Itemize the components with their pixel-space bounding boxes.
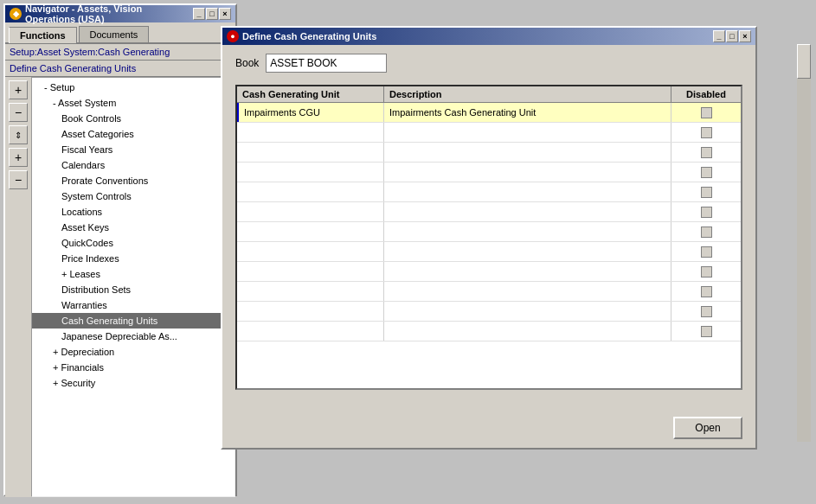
disabled-checkbox[interactable] xyxy=(701,167,712,178)
tree-item-security[interactable]: + Security xyxy=(32,375,235,391)
tree-item-asset-keys[interactable]: Asset Keys xyxy=(32,220,235,235)
dialog-window-controls: _ □ × xyxy=(713,30,751,42)
col-header-cgu: Cash Generating Unit xyxy=(237,86,384,102)
disabled-checkbox[interactable] xyxy=(701,127,712,138)
disabled-cell xyxy=(671,242,741,261)
col-header-description: Description xyxy=(384,86,671,102)
table-row[interactable] xyxy=(237,262,741,282)
disabled-checkbox[interactable] xyxy=(701,246,712,258)
disabled-checkbox[interactable] xyxy=(701,147,712,158)
description-cell[interactable] xyxy=(384,123,671,142)
tree-item-prorate-conventions[interactable]: Prorate Conventions xyxy=(32,173,235,188)
tree-item-depreciation[interactable]: + Depreciation xyxy=(32,344,235,360)
tree-item-book-controls[interactable]: Book Controls xyxy=(32,111,235,126)
move-button[interactable]: ⇕ xyxy=(9,125,28,144)
tree-item-asset-system[interactable]: - Asset System xyxy=(32,95,235,111)
tab-documents[interactable]: Documents xyxy=(79,26,150,42)
tree-item-cash-generating-units[interactable]: Cash Generating Units xyxy=(32,313,235,329)
tree-item-setup[interactable]: - Setup xyxy=(32,80,235,95)
description-cell[interactable] xyxy=(384,282,671,301)
table-row[interactable] xyxy=(237,222,741,242)
app-icon: ◆ xyxy=(10,8,22,20)
description-cell[interactable] xyxy=(384,202,671,221)
dialog-maximize-button[interactable]: □ xyxy=(726,30,738,42)
breadcrumb-2: Define Cash Generating Units xyxy=(5,61,235,77)
tree-item-calendars[interactable]: Calendars xyxy=(32,157,235,173)
table-row[interactable] xyxy=(237,123,741,143)
maximize-button[interactable]: □ xyxy=(206,8,218,20)
open-button[interactable]: Open xyxy=(673,417,742,439)
disabled-checkbox[interactable] xyxy=(701,107,712,118)
table-row[interactable] xyxy=(237,242,741,262)
tree-item-quickcodes[interactable]: QuickCodes xyxy=(32,235,235,251)
close-button[interactable]: × xyxy=(219,8,231,20)
table-row[interactable] xyxy=(237,322,741,341)
tree-item-distribution-sets[interactable]: Distribution Sets xyxy=(32,282,235,297)
book-input[interactable] xyxy=(266,54,387,73)
tree-item-price-indexes[interactable]: Price Indexes xyxy=(32,251,235,266)
dialog-minimize-button[interactable]: _ xyxy=(713,30,725,42)
cgu-cell[interactable]: Impairments CGU xyxy=(237,103,384,122)
tree-item-leases[interactable]: + Leases xyxy=(32,266,235,282)
tab-functions[interactable]: Functions xyxy=(9,27,77,43)
cgu-cell[interactable] xyxy=(237,242,384,261)
scrollbar[interactable] xyxy=(797,44,811,442)
main-window-controls: _ □ × xyxy=(193,8,231,20)
disabled-checkbox[interactable] xyxy=(701,326,712,337)
description-cell[interactable]: Impairments Cash Generating Unit xyxy=(384,103,671,122)
disabled-checkbox[interactable] xyxy=(701,187,712,198)
navigator-window: ◆ Navigator - Assets, Vision Operations … xyxy=(3,3,237,496)
cgu-cell[interactable] xyxy=(237,282,384,301)
description-cell[interactable] xyxy=(384,182,671,201)
cgu-cell[interactable] xyxy=(237,123,384,142)
table-row[interactable] xyxy=(237,143,741,163)
table-row[interactable] xyxy=(237,182,741,202)
cgu-cell[interactable] xyxy=(237,222,384,241)
tabs-bar: Functions Documents xyxy=(5,22,235,44)
cgu-cell[interactable] xyxy=(237,202,384,221)
cgu-cell[interactable] xyxy=(237,182,384,201)
table-row[interactable] xyxy=(237,163,741,182)
minimize-button[interactable]: _ xyxy=(193,8,205,20)
description-cell[interactable] xyxy=(384,242,671,261)
disabled-cell xyxy=(671,182,741,201)
description-cell[interactable] xyxy=(384,262,671,281)
table-row[interactable] xyxy=(237,202,741,222)
tree-item-system-controls[interactable]: System Controls xyxy=(32,188,235,204)
description-cell[interactable] xyxy=(384,163,671,182)
disabled-checkbox[interactable] xyxy=(701,306,712,317)
cgu-cell[interactable] xyxy=(237,262,384,281)
tree-item-warranties[interactable]: Warranties xyxy=(32,297,235,313)
disabled-checkbox[interactable] xyxy=(701,207,712,218)
dialog-title: Define Cash Generating Units xyxy=(242,31,376,41)
cgu-cell[interactable] xyxy=(237,302,384,321)
breadcrumb-1: Setup:Asset System:Cash Generating xyxy=(5,44,235,61)
table-row[interactable] xyxy=(237,302,741,322)
description-cell[interactable] xyxy=(384,322,671,341)
tree-item-financials[interactable]: + Financials xyxy=(32,360,235,375)
tree-item-fiscal-years[interactable]: Fiscal Years xyxy=(32,142,235,157)
cgu-cell[interactable] xyxy=(237,163,384,182)
cgu-cell[interactable] xyxy=(237,143,384,162)
table-row[interactable] xyxy=(237,282,741,302)
disabled-checkbox[interactable] xyxy=(701,226,712,238)
sidebar-buttons: + − ⇕ + − xyxy=(5,77,31,497)
disabled-checkbox[interactable] xyxy=(701,286,712,297)
add-button-1[interactable]: + xyxy=(9,80,28,99)
remove-button-2[interactable]: − xyxy=(9,170,28,189)
description-cell[interactable] xyxy=(384,143,671,162)
table-row[interactable]: Impairments CGU Impairments Cash Generat… xyxy=(237,103,741,123)
scrollbar-thumb[interactable] xyxy=(797,44,811,79)
tree-item-japanese-depreciable[interactable]: Japanese Depreciable As... xyxy=(32,329,235,344)
description-cell[interactable] xyxy=(384,302,671,321)
table-body: Impairments CGU Impairments Cash Generat… xyxy=(237,103,741,388)
disabled-checkbox[interactable] xyxy=(701,266,712,278)
description-cell[interactable] xyxy=(384,222,671,241)
add-button-2[interactable]: + xyxy=(9,148,28,167)
dialog-close-button[interactable]: × xyxy=(739,30,751,42)
cgu-cell[interactable] xyxy=(237,322,384,341)
remove-button-1[interactable]: − xyxy=(9,103,28,122)
tree-item-locations[interactable]: Locations xyxy=(32,204,235,220)
tree-item-asset-categories[interactable]: Asset Categories xyxy=(32,126,235,142)
tree-container[interactable]: - Setup - Asset System Book Controls Ass… xyxy=(31,77,235,497)
